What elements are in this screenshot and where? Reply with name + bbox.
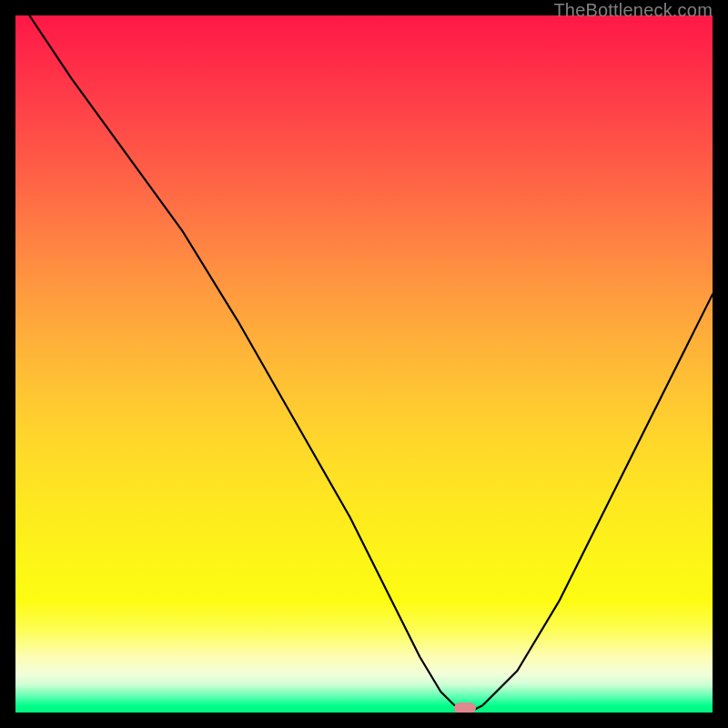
chart-container: TheBottleneck.com	[0, 0, 728, 728]
watermark-text: TheBottleneck.com	[553, 0, 713, 21]
optimal-point-marker	[454, 703, 476, 713]
bottleneck-curve	[15, 15, 713, 713]
plot-area	[15, 15, 713, 713]
